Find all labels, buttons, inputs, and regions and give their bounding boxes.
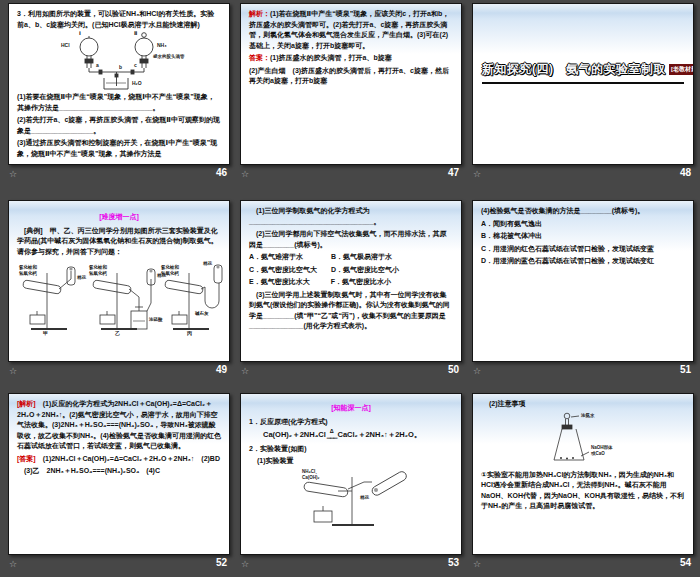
title-badge: [老教材删]: [669, 64, 694, 75]
slide-number: 50: [448, 364, 459, 375]
option-row: D．用湿润的蓝色石蕊试纸在试管口检验，发现试纸变红: [481, 256, 685, 267]
cotton-label: 棉花: [360, 495, 369, 500]
slide-thumbnail-52[interactable]: [解析] (1)反应的化学方程式为2NH₄Cl＋Ca(OH)₂=Δ=CaCl₂＋…: [8, 393, 230, 555]
option-row: A．氨气难溶于水 B．氨气极易溶于水: [249, 252, 453, 263]
three-setups-drawing: [17, 259, 223, 341]
slide-thumbnail-46[interactable]: 3．利用如图所示的装置，可以验证NH₃和HCl的有关性质。实验前a、b、c旋塞均…: [8, 3, 230, 165]
water-label: H₂O: [132, 81, 142, 87]
section-title: 新知探究(四) 氨气的实验室制取: [482, 62, 666, 76]
dropper-label: 盛水的胶头滴管: [153, 54, 185, 59]
slide-text: (2)注意事项: [489, 399, 685, 410]
chemical-equation: Ca(OH)₂＋2NH₄ClΔ═══CaCl₂＋2NH₃↑＋2H₂O。: [263, 429, 453, 441]
slide-number: 53: [448, 557, 459, 568]
slide-number: 49: [216, 364, 227, 375]
apparatus-diagram: 氯化铵和 氢氧化钙 棉花 氯化铵和 氢氧化钙 浓硫酸 棉花 氯化铵和 氢氧化钙 …: [17, 259, 223, 341]
slide-text: (2)三位同学都用向下排空气法收集氨气，而不用排水法，其原因是________(…: [249, 229, 453, 250]
slide-thumbnail-53[interactable]: [知能深一点] 1．反应原理(化学方程式) Ca(OH)₂＋2NH₄ClΔ═══…: [240, 393, 462, 555]
reagent-label: NH₄Cl、: [302, 469, 320, 474]
transition-star-icon[interactable]: ☆: [241, 169, 249, 179]
option-row: C．用湿润的红色石蕊试纸在试管口检验，发现试纸变蓝: [481, 244, 685, 255]
slide-text: (2)产生白烟 (3)挤压盛水的胶头滴管后，再打开a、c旋塞，然后再关闭a旋塞，…: [249, 66, 453, 87]
apparatus-diagram: Ⅰ Ⅱ HCl NH₃ a b c 盛水的胶头滴管 H₂O: [39, 32, 199, 90]
slide-text: (1)若要在烧瓶Ⅱ中产生“喷泉”现象，烧瓶Ⅰ中不产生“喷泉”现象，其操作方法是_…: [17, 92, 221, 113]
slide-text: [典例] 甲、乙、丙三位同学分别用如图所示三套实验装置及化学药品(其中碱石灰为固…: [17, 226, 221, 258]
answer-label: [答案]: [17, 455, 36, 462]
ammonia-water-label: 浓氨水: [581, 413, 595, 418]
transition-star-icon[interactable]: ☆: [241, 559, 249, 569]
slide-text: (1)实验装置: [257, 456, 453, 467]
slide-text: 3．利用如图所示的装置，可以验证NH₃和HCl的有关性质。实验前a、b、c旋塞均…: [17, 9, 221, 30]
slide-text: [解析] (1)反应的化学方程式为2NH₄Cl＋Ca(OH)₂=Δ=CaCl₂＋…: [17, 399, 221, 452]
cotton-label: 棉花: [77, 275, 86, 280]
slide-thumbnail-51[interactable]: (4)检验氨气是否收集满的方法是________(填标号)。 A．闻到有氨气逸出…: [472, 200, 694, 362]
reagent-label: 氯化铵和: [161, 265, 179, 270]
answer-label: 答案：: [249, 54, 270, 61]
hcl-label: HCl: [61, 43, 70, 49]
transition-star-icon[interactable]: ☆: [9, 559, 17, 569]
slide-text: (3)通过挤压胶头滴管和控制旋塞的开关，在烧瓶Ⅰ中产生“喷泉”现象，烧瓶Ⅱ中不产…: [17, 138, 221, 165]
option-row: C．氨气密度比空气大 D．氨气密度比空气小: [249, 265, 453, 276]
reagent-label: 氢氧化钙: [161, 271, 179, 276]
slide-thumbnail-54[interactable]: (2)注意事项 浓氨水 NaOH固体 或CaO ①实验室不能用加热NH₄C: [472, 393, 694, 555]
transition-star-icon[interactable]: ☆: [473, 366, 481, 376]
flask1-roman-label: Ⅰ: [79, 31, 81, 37]
ammonia-setup-drawing: [276, 469, 426, 531]
slide-text: (3)乙 2NH₃＋H₂SO₄===(NH₄)₂SO₄ (4)C: [17, 466, 221, 477]
flask2-roman-label: Ⅱ: [134, 31, 137, 37]
solid-label: NaOH固体: [591, 445, 613, 450]
apparatus-diagram: NH₄Cl、 Ca(OH)₂ 棉花: [276, 469, 426, 531]
knowledge-header: [知能深一点]: [249, 403, 453, 414]
slide-thumbnail-50[interactable]: (1)三位同学制取氨气的化学方程式为______________________…: [240, 200, 462, 362]
setup-yi-label: 乙: [115, 331, 120, 337]
slide-caption-50: ☆ 50: [240, 363, 462, 383]
slide-text: (1)三位同学制取氨气的化学方程式为______________________…: [249, 206, 453, 227]
slide-caption-47: ☆ 47: [240, 166, 462, 186]
acid-label: 浓硫酸: [149, 317, 163, 322]
transition-star-icon[interactable]: ☆: [473, 559, 481, 569]
slide-number: 51: [680, 364, 691, 375]
slide-text: (2)若先打开a、c旋塞，再挤压胶头滴管，在烧瓶Ⅱ中可观察到的现象是______…: [17, 115, 221, 136]
transition-star-icon[interactable]: ☆: [241, 366, 249, 376]
slide-sorter: 3．利用如图所示的装置，可以验证NH₃和HCl的有关性质。实验前a、b、c旋塞均…: [0, 0, 700, 577]
slide-text: [答案] (1)2NH₄Cl＋Ca(OH)₂=Δ=CaCl₂＋2H₂O＋2NH₃…: [17, 454, 221, 465]
slide-text: 1．反应原理(化学方程式): [249, 417, 453, 428]
slide-text: 答案：(1)挤压盛水的胶头滴管，打开a、b旋塞: [249, 53, 453, 64]
difficulty-header: [难度增一点]: [17, 212, 221, 223]
slide-caption-54: ☆ 54: [472, 556, 694, 576]
valve-c-label: c: [134, 63, 137, 69]
transition-star-icon[interactable]: ☆: [9, 169, 17, 179]
option-row: B．棉花被气体冲出: [481, 231, 685, 242]
valve-a-label: a: [96, 63, 99, 69]
soda-lime-label: 碱石灰: [195, 311, 209, 316]
setup-bing-label: 丙: [187, 331, 192, 337]
reagent-label: 氯化铵和: [19, 265, 37, 270]
transition-star-icon[interactable]: ☆: [473, 169, 481, 179]
slide-number: 46: [216, 167, 227, 178]
reagent-label: 氯化铵和: [89, 265, 107, 270]
reagent-label: Ca(OH)₂: [302, 475, 320, 480]
slide-caption-49: ☆ 49: [8, 363, 230, 383]
slide-text: (4)检验氨气是否收集满的方法是________(填标号)。: [481, 206, 685, 217]
section-title-block: 新知探究(四) 氨气的实验室制取[老教材删]: [482, 60, 684, 84]
reagent-label: 氢氧化钙: [89, 271, 107, 276]
slide-caption-48: ☆ 48: [472, 166, 694, 186]
setup-jia-label: 甲: [43, 331, 48, 337]
solid-label: 或CaO: [591, 451, 605, 456]
valve-b-label: b: [119, 65, 122, 71]
slide-text: 解析：(1)若在烧瓶Ⅱ中产生“喷泉”现象，应该关闭c，打开a和b，挤压盛水的胶头…: [249, 9, 453, 51]
slide-thumbnail-49[interactable]: [难度增一点] [典例] 甲、乙、丙三位同学分别用如图所示三套实验装置及化学药品…: [8, 200, 230, 362]
slide-number: 48: [680, 167, 691, 178]
slide-thumbnail-47[interactable]: 解析：(1)若在烧瓶Ⅱ中产生“喷泉”现象，应该关闭c，打开a和b，挤压盛水的胶头…: [240, 3, 462, 165]
slide-text: 2．实验装置(如图): [249, 444, 453, 455]
analysis-label: 解析：: [249, 10, 270, 17]
option-row: E．氨气密度比水大 F．氨气密度比水小: [249, 277, 453, 288]
transition-star-icon[interactable]: ☆: [9, 366, 17, 376]
cotton-label: 棉花: [203, 261, 212, 266]
slide-caption-46: ☆ 46: [8, 166, 230, 186]
reagent-label: 氢氧化钙: [19, 271, 37, 276]
apparatus-diagram: 浓氨水 NaOH固体 或CaO: [523, 412, 643, 468]
slide-caption-51: ☆ 51: [472, 363, 694, 383]
analysis-label: [解析]: [17, 400, 36, 407]
slide-thumbnail-48[interactable]: 新知探究(四) 氨气的实验室制取[老教材删]: [472, 3, 694, 165]
fountain-apparatus-drawing: [39, 32, 199, 90]
